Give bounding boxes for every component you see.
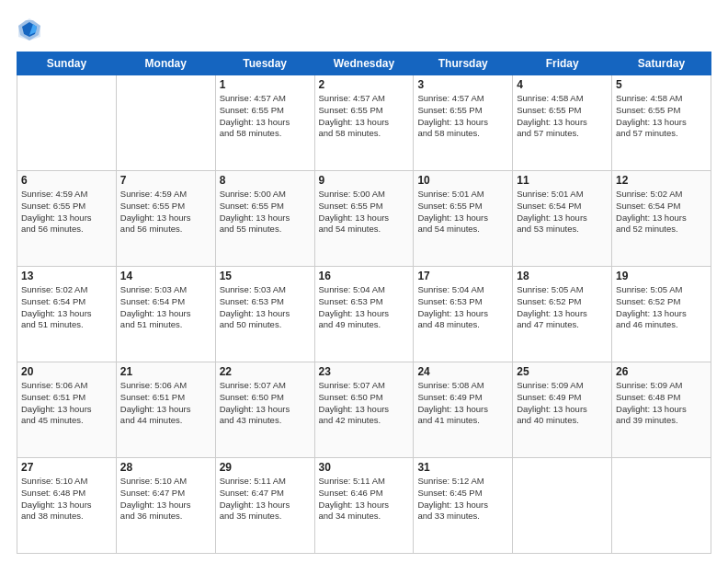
day-number: 13 [21,270,112,282]
day-number: 20 [21,365,112,378]
day-number: 11 [517,174,608,187]
week-row-5: 27Sunrise: 5:10 AM Sunset: 6:48 PM Dayli… [17,458,711,554]
calendar-cell: 19Sunrise: 5:05 AM Sunset: 6:52 PM Dayli… [612,267,711,362]
day-info: Sunrise: 5:07 AM Sunset: 6:50 PM Dayligh… [220,380,311,427]
calendar-cell: 15Sunrise: 5:03 AM Sunset: 6:53 PM Dayli… [215,267,314,362]
day-number: 5 [616,78,707,91]
day-header-thursday: Thursday [414,52,513,75]
day-info: Sunrise: 4:57 AM Sunset: 6:55 PM Dayligh… [220,93,311,140]
day-header-wednesday: Wednesday [314,52,414,75]
day-info: Sunrise: 4:57 AM Sunset: 6:55 PM Dayligh… [417,93,508,140]
calendar-cell: 24Sunrise: 5:08 AM Sunset: 6:49 PM Dayli… [414,362,513,458]
day-info: Sunrise: 5:05 AM Sunset: 6:52 PM Dayligh… [616,284,707,331]
calendar-cell: 25Sunrise: 5:09 AM Sunset: 6:49 PM Dayli… [513,362,612,458]
day-number: 25 [517,365,608,378]
calendar-cell: 13Sunrise: 5:02 AM Sunset: 6:54 PM Dayli… [17,267,117,362]
day-header-friday: Friday [513,52,612,75]
day-number: 28 [120,461,211,474]
day-number: 1 [220,78,311,91]
calendar-cell: 8Sunrise: 5:00 AM Sunset: 6:55 PM Daylig… [215,171,314,267]
day-info: Sunrise: 5:03 AM Sunset: 6:53 PM Dayligh… [220,284,311,331]
calendar-cell: 31Sunrise: 5:12 AM Sunset: 6:45 PM Dayli… [414,458,513,554]
day-info: Sunrise: 5:04 AM Sunset: 6:53 PM Dayligh… [319,284,410,331]
calendar-cell: 29Sunrise: 5:11 AM Sunset: 6:47 PM Dayli… [215,458,314,554]
day-info: Sunrise: 5:08 AM Sunset: 6:49 PM Dayligh… [417,380,508,427]
day-number: 26 [616,365,707,378]
day-number: 12 [616,174,707,187]
calendar-cell: 30Sunrise: 5:11 AM Sunset: 6:46 PM Dayli… [314,458,414,554]
calendar-cell: 20Sunrise: 5:06 AM Sunset: 6:51 PM Dayli… [17,362,117,458]
day-info: Sunrise: 5:09 AM Sunset: 6:49 PM Dayligh… [517,380,608,427]
day-info: Sunrise: 5:12 AM Sunset: 6:45 PM Dayligh… [417,476,508,523]
day-number: 8 [220,174,311,187]
day-header-tuesday: Tuesday [215,52,314,75]
calendar-cell: 16Sunrise: 5:04 AM Sunset: 6:53 PM Dayli… [314,267,414,362]
logo [17,17,46,42]
calendar-cell: 5Sunrise: 4:58 AM Sunset: 6:55 PM Daylig… [612,75,711,171]
day-info: Sunrise: 5:05 AM Sunset: 6:52 PM Dayligh… [517,284,608,331]
calendar-table: SundayMondayTuesdayWednesdayThursdayFrid… [17,52,711,554]
calendar-cell: 14Sunrise: 5:03 AM Sunset: 6:54 PM Dayli… [116,267,215,362]
calendar-cell [513,458,612,554]
day-number: 19 [616,270,707,282]
calendar-cell: 6Sunrise: 4:59 AM Sunset: 6:55 PM Daylig… [17,171,117,267]
day-info: Sunrise: 5:00 AM Sunset: 6:55 PM Dayligh… [220,189,311,236]
day-number: 29 [220,461,311,474]
calendar-cell: 3Sunrise: 4:57 AM Sunset: 6:55 PM Daylig… [414,75,513,171]
header-row: SundayMondayTuesdayWednesdayThursdayFrid… [17,52,711,75]
calendar-cell: 9Sunrise: 5:00 AM Sunset: 6:55 PM Daylig… [314,171,414,267]
day-number: 16 [319,270,410,282]
day-info: Sunrise: 5:01 AM Sunset: 6:55 PM Dayligh… [417,189,508,236]
calendar-cell: 11Sunrise: 5:01 AM Sunset: 6:54 PM Dayli… [513,171,612,267]
calendar-cell: 12Sunrise: 5:02 AM Sunset: 6:54 PM Dayli… [612,171,711,267]
day-info: Sunrise: 5:06 AM Sunset: 6:51 PM Dayligh… [21,380,112,427]
calendar-cell [17,75,117,171]
day-number: 7 [120,174,211,187]
calendar-cell: 17Sunrise: 5:04 AM Sunset: 6:53 PM Dayli… [414,267,513,362]
day-info: Sunrise: 5:06 AM Sunset: 6:51 PM Dayligh… [120,380,211,427]
day-number: 6 [21,174,112,187]
day-number: 2 [319,78,410,91]
calendar-cell [116,75,215,171]
calendar-cell: 1Sunrise: 4:57 AM Sunset: 6:55 PM Daylig… [215,75,314,171]
calendar-cell: 10Sunrise: 5:01 AM Sunset: 6:55 PM Dayli… [414,171,513,267]
calendar-cell: 26Sunrise: 5:09 AM Sunset: 6:48 PM Dayli… [612,362,711,458]
day-info: Sunrise: 4:57 AM Sunset: 6:55 PM Dayligh… [319,93,410,140]
day-number: 14 [120,270,211,282]
day-info: Sunrise: 4:59 AM Sunset: 6:55 PM Dayligh… [21,189,112,236]
calendar-cell: 4Sunrise: 4:58 AM Sunset: 6:55 PM Daylig… [513,75,612,171]
day-header-monday: Monday [116,52,215,75]
day-info: Sunrise: 5:11 AM Sunset: 6:47 PM Dayligh… [220,476,311,523]
day-number: 23 [319,365,410,378]
day-info: Sunrise: 4:58 AM Sunset: 6:55 PM Dayligh… [517,93,608,140]
day-number: 30 [319,461,410,474]
calendar-cell: 18Sunrise: 5:05 AM Sunset: 6:52 PM Dayli… [513,267,612,362]
day-info: Sunrise: 4:58 AM Sunset: 6:55 PM Dayligh… [616,93,707,140]
day-number: 27 [21,461,112,474]
day-number: 18 [517,270,608,282]
logo-icon [17,17,42,42]
calendar-cell: 21Sunrise: 5:06 AM Sunset: 6:51 PM Dayli… [116,362,215,458]
page: SundayMondayTuesdayWednesdayThursdayFrid… [0,0,728,563]
day-number: 21 [120,365,211,378]
header [17,17,711,42]
calendar-cell: 28Sunrise: 5:10 AM Sunset: 6:47 PM Dayli… [116,458,215,554]
week-row-2: 6Sunrise: 4:59 AM Sunset: 6:55 PM Daylig… [17,171,711,267]
day-info: Sunrise: 4:59 AM Sunset: 6:55 PM Dayligh… [120,189,211,236]
week-row-3: 13Sunrise: 5:02 AM Sunset: 6:54 PM Dayli… [17,267,711,362]
day-info: Sunrise: 5:10 AM Sunset: 6:48 PM Dayligh… [21,476,112,523]
day-info: Sunrise: 5:07 AM Sunset: 6:50 PM Dayligh… [319,380,410,427]
day-number: 31 [417,461,508,474]
calendar-cell: 2Sunrise: 4:57 AM Sunset: 6:55 PM Daylig… [314,75,414,171]
calendar-cell: 7Sunrise: 4:59 AM Sunset: 6:55 PM Daylig… [116,171,215,267]
calendar-cell: 23Sunrise: 5:07 AM Sunset: 6:50 PM Dayli… [314,362,414,458]
day-number: 17 [417,270,508,282]
day-number: 22 [220,365,311,378]
day-info: Sunrise: 5:03 AM Sunset: 6:54 PM Dayligh… [120,284,211,331]
day-info: Sunrise: 5:00 AM Sunset: 6:55 PM Dayligh… [319,189,410,236]
day-number: 15 [220,270,311,282]
week-row-1: 1Sunrise: 4:57 AM Sunset: 6:55 PM Daylig… [17,75,711,171]
day-info: Sunrise: 5:02 AM Sunset: 6:54 PM Dayligh… [616,189,707,236]
day-number: 10 [417,174,508,187]
day-info: Sunrise: 5:04 AM Sunset: 6:53 PM Dayligh… [417,284,508,331]
